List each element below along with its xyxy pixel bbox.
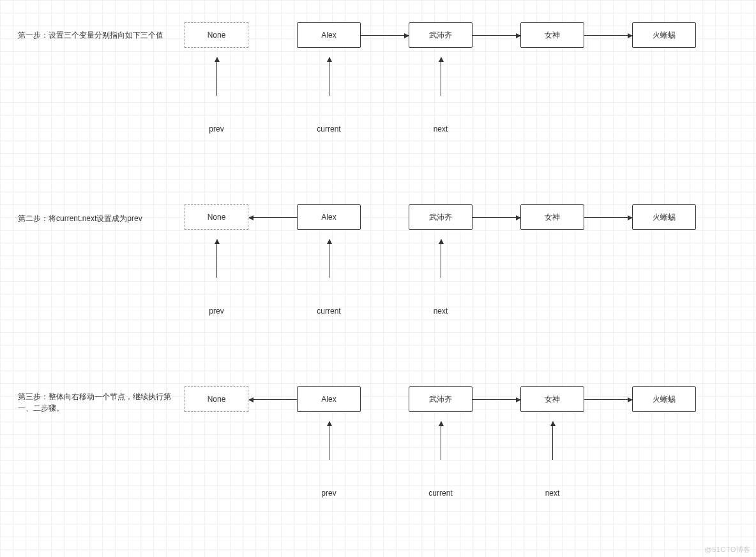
- node-text: Alex: [321, 213, 336, 222]
- node-text: 女神: [545, 212, 560, 223]
- link-arrow: [472, 399, 520, 400]
- pointer-label-current: current: [317, 125, 340, 134]
- pointer-arrow: [216, 240, 217, 278]
- link-arrow: [584, 35, 632, 36]
- node-text: 火蜥蜴: [653, 394, 676, 405]
- watermark: @51CTO博客: [705, 545, 751, 554]
- link-arrow: [361, 35, 409, 36]
- node-none-1: None: [185, 22, 248, 48]
- node-text: Alex: [321, 395, 336, 404]
- node-n2-1: 武沛齐: [409, 22, 472, 48]
- link-arrow: [472, 35, 520, 36]
- step-3-label: 第三步：整体向右移动一个节点，继续执行第一、二步骤。: [18, 391, 184, 414]
- node-none-3: None: [185, 386, 248, 412]
- pointer-label-next: next: [434, 125, 448, 134]
- link-arrow: [584, 217, 632, 218]
- pointer-label-current: current: [428, 489, 452, 498]
- pointer-arrow: [441, 422, 441, 460]
- node-text: None: [208, 395, 226, 404]
- pointer-arrow: [552, 422, 553, 460]
- step-2-label: 第二步：将current.next设置成为prev: [18, 213, 184, 224]
- link-arrow: [249, 399, 297, 400]
- node-text: 女神: [545, 394, 560, 405]
- pointer-arrow: [329, 240, 329, 278]
- node-n3-3: 女神: [520, 386, 584, 412]
- node-none-2: None: [185, 204, 248, 230]
- node-text: 武沛齐: [429, 212, 452, 223]
- pointer-arrow: [216, 57, 217, 96]
- node-n3-2: 女神: [520, 204, 584, 230]
- node-n2-2: 武沛齐: [409, 204, 472, 230]
- node-n3-1: 女神: [520, 22, 584, 48]
- pointer-label-prev: prev: [209, 307, 223, 316]
- link-arrow: [472, 217, 520, 218]
- node-n4-1: 火蜥蜴: [632, 22, 696, 48]
- node-n4-2: 火蜥蜴: [632, 204, 696, 230]
- node-alex-3: Alex: [297, 386, 361, 412]
- node-text: 火蜥蜴: [653, 212, 676, 223]
- node-text: 武沛齐: [429, 394, 452, 405]
- node-text: 火蜥蜴: [653, 30, 676, 41]
- step-1-label: 第一步：设置三个变量分别指向如下三个值: [18, 29, 184, 41]
- pointer-label-prev: prev: [209, 125, 223, 134]
- node-alex-1: Alex: [297, 22, 361, 48]
- grid-background: [0, 0, 756, 557]
- link-arrow: [249, 217, 297, 218]
- pointer-arrow: [441, 57, 441, 96]
- pointer-arrow: [329, 57, 329, 96]
- pointer-arrow: [329, 422, 329, 460]
- link-arrow: [584, 399, 632, 400]
- node-text: None: [208, 213, 226, 222]
- node-alex-2: Alex: [297, 204, 361, 230]
- pointer-label-prev: prev: [321, 489, 336, 498]
- pointer-arrow: [441, 240, 441, 278]
- node-text: Alex: [321, 31, 336, 40]
- pointer-label-current: current: [317, 307, 340, 316]
- node-text: None: [208, 31, 226, 40]
- pointer-label-next: next: [434, 307, 448, 316]
- node-n4-3: 火蜥蜴: [632, 386, 696, 412]
- pointer-label-next: next: [545, 489, 560, 498]
- node-n2-3: 武沛齐: [409, 386, 472, 412]
- node-text: 女神: [545, 30, 560, 41]
- node-text: 武沛齐: [429, 30, 452, 41]
